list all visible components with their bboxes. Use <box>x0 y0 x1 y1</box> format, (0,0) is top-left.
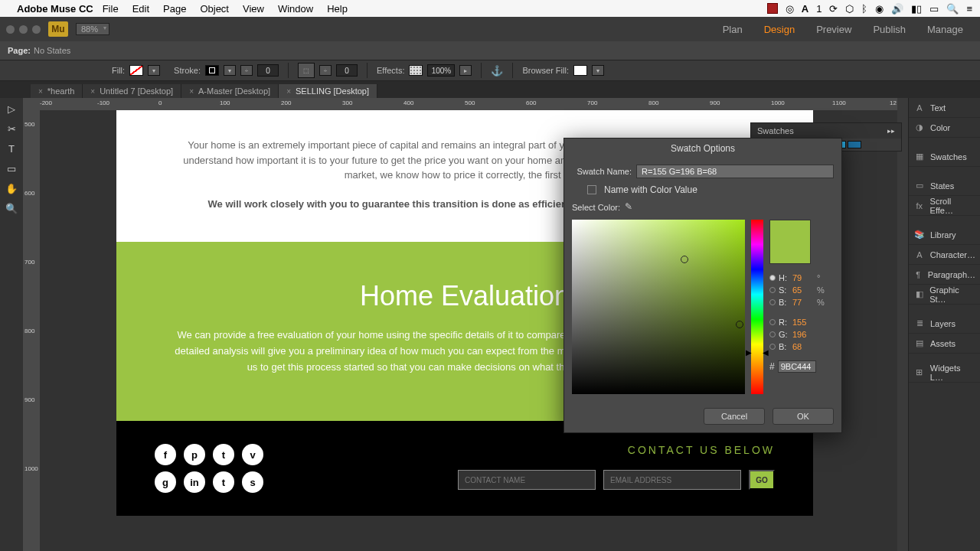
b-value[interactable]: 77 <box>792 298 814 307</box>
panel-assets[interactable]: ▤Assets <box>909 334 980 354</box>
search-icon[interactable]: 🔍 <box>946 3 959 15</box>
effects-swatch[interactable] <box>409 65 423 76</box>
panel-graphic[interactable]: ◧Graphic St… <box>909 285 980 305</box>
sync-icon[interactable]: ⟳ <box>829 3 838 15</box>
radio-h[interactable] <box>769 275 776 281</box>
close-icon[interactable] <box>6 25 15 34</box>
panel-character[interactable]: ACharacter… <box>909 245 980 265</box>
effects-menu[interactable]: ▸ <box>459 65 472 76</box>
stroke-menu[interactable]: ▾ <box>224 65 236 76</box>
panel-paragraph[interactable]: ¶Paragraph… <box>909 265 980 285</box>
menu-object[interactable]: Object <box>200 3 229 15</box>
mode-design[interactable]: Design <box>764 24 795 35</box>
mode-manage[interactable]: Manage <box>927 24 963 35</box>
h-value[interactable]: 79 <box>792 273 814 282</box>
panel-layers[interactable]: ≣Layers <box>909 314 980 334</box>
radio-g[interactable] <box>769 331 776 337</box>
status-icon[interactable] <box>767 3 778 14</box>
mode-preview[interactable]: Preview <box>816 24 851 35</box>
corner-value[interactable] <box>336 64 358 77</box>
close-icon[interactable]: × <box>286 87 291 96</box>
name-with-value-checkbox[interactable] <box>587 185 596 194</box>
twitter-icon[interactable]: t <box>213 444 234 465</box>
corner-icon[interactable]: ⬚ <box>298 63 315 78</box>
bb-value[interactable]: 68 <box>792 342 814 351</box>
page-state[interactable]: No States <box>34 46 70 55</box>
zoom-tool-icon[interactable]: 🔍 <box>5 202 18 214</box>
panel-library[interactable]: 📚Library <box>909 225 980 245</box>
adobe-icon[interactable]: A <box>802 3 808 15</box>
tab-amaster[interactable]: ×A-Master [Desktop] <box>181 84 279 98</box>
sv-picker[interactable] <box>572 220 745 394</box>
eyedropper-icon[interactable]: ✎ <box>625 201 637 214</box>
wifi-icon[interactable]: ◉ <box>875 3 884 15</box>
volume-icon[interactable]: 🔊 <box>891 3 903 15</box>
close-icon[interactable]: × <box>90 87 95 96</box>
fill-menu[interactable]: ▾ <box>148 65 160 76</box>
selection-tool-icon[interactable]: ▷ <box>5 103 18 115</box>
mode-plan[interactable]: Plan <box>723 24 743 35</box>
hue-slider[interactable]: ▶ ◀ <box>751 220 763 394</box>
gplus-icon[interactable]: g <box>155 471 176 493</box>
airplay-icon[interactable]: ▭ <box>929 3 939 15</box>
corner-step[interactable]: ÷ <box>319 65 332 76</box>
pinterest-icon[interactable]: p <box>184 444 205 465</box>
menu-help[interactable]: Help <box>327 3 348 15</box>
panel-text[interactable]: AText <box>909 98 980 118</box>
zoom-icon[interactable] <box>32 25 41 34</box>
mode-publish[interactable]: Publish <box>873 24 906 35</box>
s-value[interactable]: 65 <box>792 285 814 295</box>
contact-email-input[interactable] <box>603 470 741 490</box>
panel-color[interactable]: ◑Color <box>909 118 980 138</box>
menu-view[interactable]: View <box>243 3 264 15</box>
swatch-name-input[interactable] <box>636 165 834 178</box>
window-controls[interactable] <box>6 25 41 34</box>
battery-icon[interactable]: ▮▯ <box>911 3 922 15</box>
tab-untitled[interactable]: ×Untitled 7 [Desktop] <box>83 84 181 98</box>
go-button[interactable]: GO <box>749 470 775 490</box>
contact-name-input[interactable] <box>458 470 596 490</box>
menu-edit[interactable]: Edit <box>132 3 149 15</box>
hand-tool-icon[interactable]: ✋ <box>5 182 18 194</box>
stroke-step[interactable]: ÷ <box>240 65 253 76</box>
tab-hearth[interactable]: ×*hearth <box>31 84 83 98</box>
facebook-icon[interactable]: f <box>155 444 176 465</box>
vimeo-icon[interactable]: v <box>242 444 263 465</box>
hue-pointer[interactable]: ▶ <box>746 348 752 357</box>
linkedin-icon[interactable]: in <box>184 471 205 493</box>
panel-widgets[interactable]: ⊞Widgets L… <box>909 363 980 383</box>
close-icon[interactable]: × <box>38 87 43 96</box>
cc-icon[interactable]: ◎ <box>786 3 794 15</box>
radio-r[interactable] <box>769 319 776 325</box>
effects-value[interactable] <box>427 64 455 77</box>
rect-tool-icon[interactable]: ▭ <box>5 162 18 174</box>
skype-icon[interactable]: s <box>242 471 263 493</box>
menu-page[interactable]: Page <box>163 3 186 15</box>
sv-cursor[interactable] <box>681 256 688 263</box>
dropbox-icon[interactable]: ⬡ <box>845 3 854 15</box>
close-icon[interactable]: × <box>189 87 194 96</box>
stroke-value[interactable] <box>257 64 279 77</box>
panel-scroll[interactable]: fxScroll Effe… <box>909 196 980 216</box>
collapse-icon[interactable]: ▸▸ <box>887 127 895 135</box>
r-value[interactable]: 155 <box>792 318 814 327</box>
text-tool-icon[interactable]: T <box>5 142 18 155</box>
panel-states[interactable]: ▭States <box>909 176 980 196</box>
browser-fill-swatch[interactable] <box>573 65 587 76</box>
scrollbar[interactable] <box>897 98 908 551</box>
fill-swatch[interactable] <box>129 65 143 76</box>
tab-selling[interactable]: ×SELLING [Desktop] <box>279 84 377 98</box>
g-value[interactable]: 196 <box>792 330 814 339</box>
minimize-icon[interactable] <box>19 25 28 34</box>
stroke-swatch[interactable] <box>205 65 219 76</box>
radio-b[interactable] <box>769 299 776 305</box>
tumblr-icon[interactable]: t <box>213 471 234 493</box>
hue-pointer[interactable]: ◀ <box>763 348 769 357</box>
menu-icon[interactable]: ≡ <box>966 3 972 15</box>
ok-button[interactable]: OK <box>773 408 834 425</box>
crop-tool-icon[interactable]: ✂ <box>5 122 18 135</box>
menu-file[interactable]: File <box>103 3 119 15</box>
sv-cursor-alt[interactable] <box>736 321 743 328</box>
zoom-select[interactable]: 88% <box>76 23 109 35</box>
hex-input[interactable] <box>778 360 816 373</box>
